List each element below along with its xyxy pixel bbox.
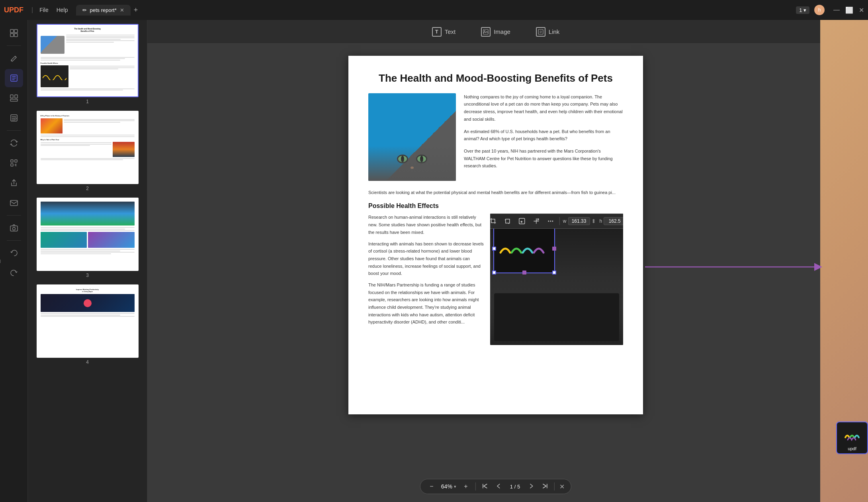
thumb-pagenum-3: 3: [86, 273, 89, 278]
tool-organize[interactable]: [5, 89, 23, 107]
pdf-viewer[interactable]: The Health and Mood-Boosting Benefits of…: [147, 44, 844, 502]
svg-point-25: [552, 221, 553, 222]
thumb-pagenum-2: 2: [86, 186, 89, 191]
toolbar-divider: [559, 217, 560, 225]
thumbnail-page-1[interactable]: The Health and Mood-BoostingBenefits of …: [32, 24, 143, 104]
svg-rect-1: [14, 29, 18, 33]
svg-point-24: [550, 221, 551, 222]
height-label: h: [599, 218, 602, 224]
zoom-bar: − 64% ▾ +: [420, 479, 571, 494]
intro-para-2: An estimated 68% of U.S. households have…: [464, 128, 623, 143]
height-input-group: h: [599, 217, 623, 225]
replace-button[interactable]: [516, 216, 528, 227]
health-para-2: Interacting with animals has been shown …: [368, 240, 484, 277]
link-tool-button[interactable]: Link: [531, 25, 565, 39]
close-zoom-bar-button[interactable]: ✕: [559, 483, 565, 490]
text-tool-label: Text: [445, 28, 456, 35]
image-float-toolbar: w ⬍ h: [490, 214, 623, 229]
selected-image-overlay[interactable]: [493, 224, 555, 273]
tool-share[interactable]: [5, 174, 23, 192]
menu-help[interactable]: Help: [57, 7, 68, 13]
toolbar-divider-2: [7, 130, 21, 131]
zoom-bar-divider-1: [475, 482, 476, 490]
tool-email[interactable]: [5, 194, 23, 212]
image-tool-label: Image: [494, 28, 510, 35]
zoom-value: 64%: [441, 483, 452, 490]
user-avatar[interactable]: h: [814, 5, 825, 15]
page-indicator: 1 / 5: [508, 484, 522, 490]
width-stepper[interactable]: ⬍: [591, 218, 596, 224]
tab-name: pets report*: [90, 7, 117, 13]
zoom-dropdown-button[interactable]: ▾: [454, 484, 456, 489]
svg-rect-12: [11, 164, 13, 166]
resize-button[interactable]: [531, 216, 542, 227]
close-tab-button[interactable]: ✕: [120, 7, 124, 13]
thumbnail-frame-1: The Health and Mood-BoostingBenefits of …: [37, 24, 139, 97]
pdf-section-title: Possible Health Effects: [368, 202, 623, 210]
width-label: w: [563, 218, 567, 224]
tool-thumbnail-view[interactable]: [5, 24, 23, 42]
menu-file[interactable]: File: [39, 7, 49, 13]
nav-last-button[interactable]: [541, 482, 549, 491]
add-tab-button[interactable]: +: [134, 6, 138, 14]
tool-recognize[interactable]: [5, 154, 23, 172]
minimize-button[interactable]: —: [833, 6, 840, 14]
zoom-in-button[interactable]: +: [461, 482, 471, 491]
svg-rect-5: [10, 95, 13, 98]
image-tool-icon: [481, 27, 491, 37]
svg-rect-9: [15, 118, 16, 119]
updf-desktop-icon[interactable]: updf: [836, 422, 868, 454]
maximize-button[interactable]: ⬜: [845, 6, 853, 14]
tool-convert[interactable]: [5, 134, 23, 152]
nav-first-button[interactable]: [481, 482, 489, 491]
tool-undo[interactable]: [5, 244, 23, 262]
height-input[interactable]: [604, 217, 623, 225]
pdf-preview-text: Scientists are looking at what the poten…: [368, 189, 623, 196]
tool-annotate[interactable]: [5, 49, 23, 67]
health-para-1: Research on human-animal interactions is…: [368, 214, 484, 236]
image-tool-button[interactable]: Image: [476, 25, 515, 39]
pdf-page: The Health and Mood-Boosting Benefits of…: [348, 56, 643, 414]
close-button[interactable]: ✕: [859, 6, 864, 14]
updf-icon-label: updf: [848, 446, 856, 451]
collapse-arrow[interactable]: ◀: [0, 258, 0, 264]
svg-rect-0: [10, 29, 14, 33]
nav-next-button[interactable]: [527, 482, 536, 491]
menu-bar: File Help: [39, 7, 68, 13]
nav-prev-button[interactable]: [494, 482, 503, 491]
health-para-3: The NIH/Mars Partnership is funding a ra…: [368, 281, 484, 326]
text-tool-button[interactable]: T Text: [427, 25, 461, 39]
tool-redo[interactable]: [5, 264, 23, 282]
pdf-cats-image[interactable]: w ⬍ h: [490, 214, 623, 345]
total-pages: 5: [517, 484, 520, 490]
thumb-content-1: The Health and Mood-BoostingBenefits of …: [37, 25, 138, 96]
crop-button[interactable]: [502, 216, 513, 227]
pdf-health-text: Research on human-animal interactions is…: [368, 214, 484, 345]
thumbnail-page-2[interactable]: A Key Phase in the History of Tourism Wh…: [32, 111, 143, 191]
intro-para-3: Over the past 10 years, NIH has partnere…: [464, 147, 623, 170]
current-page: 1: [510, 484, 513, 490]
edit-toolbar: T Text Image: [147, 20, 844, 44]
thumbnail-page-4[interactable]: Improve Working Productivityin Using App…: [32, 284, 143, 365]
window-controls: — ⬜ ✕: [833, 6, 864, 14]
page-num-display[interactable]: 1 ▾: [796, 6, 809, 14]
sel-handle-mr: [552, 247, 556, 251]
more-options-button[interactable]: [545, 216, 556, 227]
thumb-content-4: Improve Working Productivityin Using App…: [37, 285, 138, 357]
width-input[interactable]: [568, 217, 590, 225]
main-layout: ◀: [0, 20, 868, 502]
titlebar: UPDF | File Help ✏ pets report* ✕ + 1 ▾ …: [0, 0, 868, 20]
zoom-out-button[interactable]: −: [427, 482, 436, 491]
thumb-content-2: A Key Phase in the History of Tourism Wh…: [37, 112, 138, 183]
tab-icon: ✏: [82, 7, 87, 13]
thumbnail-frame-3: [37, 198, 139, 271]
crop-alt-button[interactable]: [490, 216, 499, 227]
thumbnail-page-3[interactable]: 3: [32, 198, 143, 278]
tool-forms[interactable]: [5, 109, 23, 127]
tool-camera[interactable]: [5, 219, 23, 237]
sel-handle-bl: [492, 271, 496, 275]
svg-rect-7: [10, 99, 18, 101]
svg-rect-11: [15, 160, 17, 162]
tool-edit-pdf[interactable]: [5, 69, 23, 87]
active-tab[interactable]: ✏ pets report* ✕: [76, 5, 131, 16]
